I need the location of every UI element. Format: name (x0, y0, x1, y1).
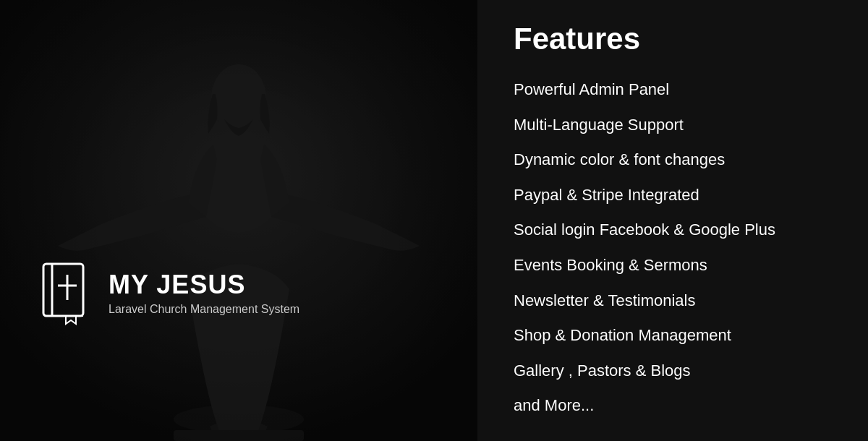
logo-area: MY JESUS Laravel Church Management Syste… (36, 260, 299, 325)
logo-subtitle: Laravel Church Management System (109, 303, 299, 316)
features-list: Powerful Admin PanelMulti-Language Suppo… (514, 72, 832, 424)
logo-title: MY JESUS (109, 270, 299, 300)
right-panel: Features Powerful Admin PanelMulti-Langu… (477, 0, 868, 441)
feature-item: Multi-Language Support (514, 108, 832, 143)
feature-item: Newsletter & Testimonials (514, 283, 832, 319)
logo-text-area: MY JESUS Laravel Church Management Syste… (109, 270, 299, 316)
feature-item: Gallery , Pastors & Blogs (514, 354, 832, 389)
svg-rect-6 (43, 264, 83, 316)
bible-icon (36, 260, 94, 325)
feature-item: Dynamic color & font changes (514, 142, 832, 178)
feature-item: Paypal & Stripe Integrated (514, 178, 832, 213)
feature-item: Social login Facebook & Google Plus (514, 213, 832, 248)
features-title: Features (514, 22, 832, 56)
background-figure (0, 0, 477, 441)
feature-item: Shop & Donation Management (514, 318, 832, 354)
left-panel: MY JESUS Laravel Church Management Syste… (0, 0, 477, 441)
feature-item: Events Booking & Sermons (514, 248, 832, 283)
feature-item: Powerful Admin Panel (514, 72, 832, 108)
svg-rect-5 (0, 0, 477, 441)
feature-item: and More... (514, 388, 832, 424)
